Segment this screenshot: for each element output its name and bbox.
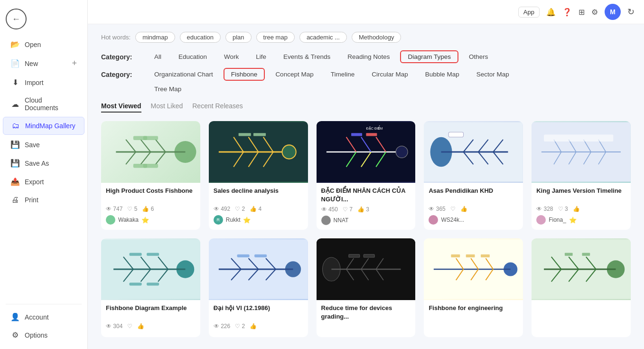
cat2-concept[interactable]: Concept Map [269,69,320,80]
cat2-timeline[interactable]: Timeline [324,69,362,80]
cat2-treemap[interactable]: Tree Map [148,84,188,94]
cat2-bubble[interactable]: Bubble Map [419,69,466,80]
cat1-education[interactable]: Education [172,51,214,62]
gallery-card-1[interactable]: High Product Costs Fishbone 👁 747 ♡ 5 👍 … [101,121,200,230]
cat2-sector[interactable]: Sector Map [470,69,516,80]
fav-stat-5: 👍 [573,206,580,212]
card-stats-5: 👁 328 ♡ 3 👍 [536,206,626,212]
sidebar-item-open[interactable]: 📂 Open [3,36,84,53]
author-name-2: Rukkt [226,217,241,223]
new-icon: 📄 [10,59,20,68]
settings-icon[interactable]: ⚙ [591,8,598,17]
sidebar-label-options: Options [25,331,47,339]
author-avatar-2: R [214,215,223,225]
cat1-others[interactable]: Others [462,51,495,62]
hot-tag-methodology[interactable]: Methodology [352,32,401,43]
card-stats-7: 👁 226 ♡ 2 👍 [214,323,303,330]
svg-rect-32 [366,133,377,136]
svg-rect-90 [364,255,374,257]
sidebar-item-print[interactable]: 🖨 Print [3,191,84,208]
card-thumb-4 [424,121,523,183]
views-stat-1: 👁 747 [106,206,122,212]
card-stats-4: 👁 365 ♡ 👍 [429,206,518,212]
gallery-grid: High Product Costs Fishbone 👁 747 ♡ 5 👍 … [101,121,631,337]
hot-tag-mindmap[interactable]: mindmap [135,32,175,43]
sidebar-item-import[interactable]: ⬇ Import [3,74,84,91]
gallery-card-7[interactable]: Đại hội VI (12.1986) 👁 226 ♡ 2 👍 [209,238,308,337]
gallery-card-10[interactable] [532,238,631,337]
gallery-card-8[interactable]: Reduce time for devices grading... [317,238,416,337]
svg-text:ĐẶC ĐIỂM: ĐẶC ĐIỂM [366,125,383,131]
card-thumb-1 [101,121,200,183]
views-stat-4: 👁 365 [429,206,445,212]
fishbone-svg-5 [532,121,631,183]
cat1-diagram-types[interactable]: Diagram Types [400,50,458,63]
gallery-card-9[interactable]: Fishbone for engineering [424,238,523,337]
gallery-card-6[interactable]: Fishbone Diagram Example 👁 304 ♡ 👍 [101,238,200,337]
likes-stat-2: ♡ 2 [235,206,245,212]
hot-tag-plan[interactable]: plan [225,32,252,43]
help-icon[interactable]: ❓ [562,8,572,17]
sidebar-item-export[interactable]: 📤 Export [3,173,84,190]
cat1-all[interactable]: All [148,51,168,62]
likes-stat-7: ♡ 2 [235,323,245,330]
avatar[interactable]: M [605,4,621,20]
sidebar-label-open: Open [25,41,41,48]
sidebar-item-options[interactable]: ⚙ Options [3,326,84,344]
svg-rect-67 [147,283,159,285]
hot-words-label: Hot words: [101,34,131,41]
app-button[interactable]: App [518,7,540,18]
svg-line-2 [156,140,166,152]
card-thumb-8 [317,238,416,300]
back-button[interactable]: ← [6,9,27,29]
gallery-card-2[interactable]: Sales decline analysis 👁 492 ♡ 2 👍 4 R R… [209,121,308,230]
svg-point-25 [396,146,408,158]
sidebar-item-account[interactable]: 👤 Account [3,308,84,326]
refresh-icon[interactable]: ↻ [627,7,635,17]
cat2-fishbone[interactable]: Fishbone [224,68,265,81]
open-icon: 📂 [10,40,20,49]
cat1-life[interactable]: Life [249,51,273,62]
cat1-events[interactable]: Events & Trends [277,51,337,62]
fav-stat-7: 👍 [250,323,257,330]
author-name-4: WS24k... [441,217,464,223]
sort-recent[interactable]: Recent Releases [192,102,243,113]
fishbone-svg-3: ĐẶC ĐIỂM [317,121,416,183]
views-stat-3: 👁 450 [321,206,338,213]
cat1-work[interactable]: Work [217,51,245,62]
svg-rect-100 [481,255,490,257]
gallery-card-3[interactable]: ĐẶC ĐIỂM ĐẶC ĐIỂM NHÂN CÁCH CỦA NGƯỜI...… [317,121,416,230]
author-avatar-3 [321,216,331,225]
sort-most-liked[interactable]: Most Liked [151,102,183,113]
card-title-8: Reduce time for devices grading... [321,304,411,321]
author-name-5: Fiona_ [549,217,566,223]
fishbone-svg-6 [101,238,200,300]
card-title-1: High Product Costs Fishbone [106,187,196,203]
cat2-circular[interactable]: Circular Map [365,69,415,80]
card-stats-2: 👁 492 ♡ 2 👍 4 [214,206,303,212]
sidebar-item-cloud[interactable]: ☁ Cloud Documents [3,92,84,116]
sidebar-item-mindmap-gallery[interactable]: 🗂 MindMap Gallery [3,117,84,135]
hot-tag-education[interactable]: education [180,32,221,43]
card-info-2: Sales decline analysis 👁 492 ♡ 2 👍 4 R R… [209,183,308,229]
svg-line-3 [156,152,166,164]
cat1-reading[interactable]: Reading Notes [341,51,396,62]
sidebar-item-save[interactable]: 💾 Save [3,136,84,153]
gallery-card-4[interactable]: Asas Pendidikan KHD 👁 365 ♡ 👍 WS24k... [424,121,523,230]
svg-rect-55 [544,134,613,141]
sidebar-item-new[interactable]: 📄 New + [3,54,84,73]
cat2-org[interactable]: Organizational Chart [148,69,220,80]
fav-stat-4: 👍 [460,206,467,212]
sort-most-viewed[interactable]: Most Viewed [101,102,141,113]
hot-tag-academic[interactable]: academic ... [299,32,347,43]
notification-icon[interactable]: 🔔 [546,8,556,17]
category2-row2: Tree Map [101,84,631,94]
fishbone-svg-2 [209,121,308,183]
gallery-card-5[interactable]: King James Version Timeline 👁 328 ♡ 3 👍 … [532,121,631,230]
author-avatar-4 [429,215,438,225]
sidebar-item-save-as[interactable]: 💾 Save As [3,154,84,172]
print-icon: 🖨 [10,196,20,204]
hot-tag-treemap[interactable]: tree map [256,32,295,43]
grid-icon[interactable]: ⊞ [579,8,585,17]
card-info-1: High Product Costs Fishbone 👁 747 ♡ 5 👍 … [101,183,200,229]
